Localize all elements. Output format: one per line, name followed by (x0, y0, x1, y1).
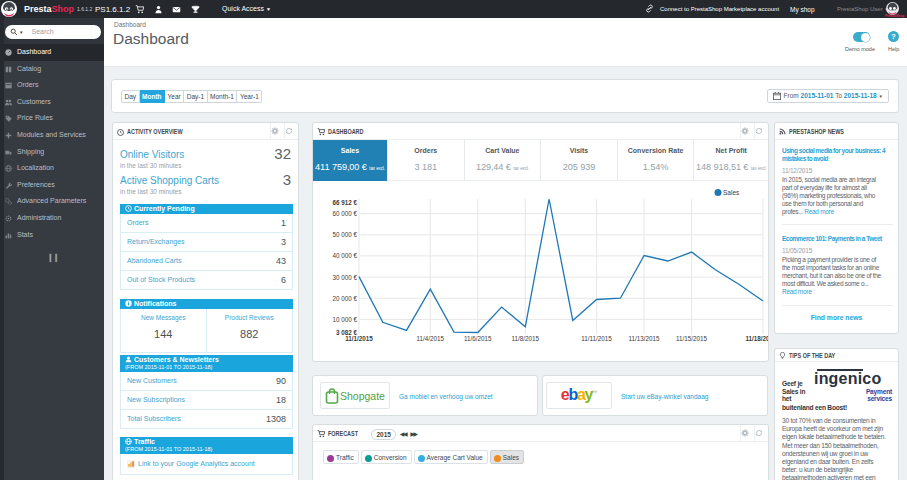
svg-text:Sales: Sales (723, 189, 740, 196)
svg-text:11/1/2015: 11/1/2015 (345, 335, 373, 342)
svg-text:11/11/2015: 11/11/2015 (581, 335, 612, 342)
svg-text:40 000 €: 40 000 € (332, 252, 357, 259)
svg-text:11/15/2015: 11/15/2015 (676, 335, 708, 342)
svg-text:11/6/2015: 11/6/2015 (464, 335, 492, 342)
svg-text:11/4/2015: 11/4/2015 (417, 335, 445, 342)
svg-text:11/18/2015: 11/18/2015 (745, 335, 768, 342)
svg-text:11/8/2015: 11/8/2015 (512, 335, 540, 342)
svg-text:50 000 €: 50 000 € (332, 231, 357, 238)
svg-text:20 000 €: 20 000 € (332, 295, 357, 302)
svg-text:66 912 €: 66 912 € (332, 199, 357, 206)
svg-text:11/13/2015: 11/13/2015 (629, 335, 661, 342)
svg-text:10 000 €: 10 000 € (332, 316, 357, 323)
svg-text:60 000 €: 60 000 € (332, 210, 357, 217)
svg-text:30 000 €: 30 000 € (332, 274, 357, 281)
